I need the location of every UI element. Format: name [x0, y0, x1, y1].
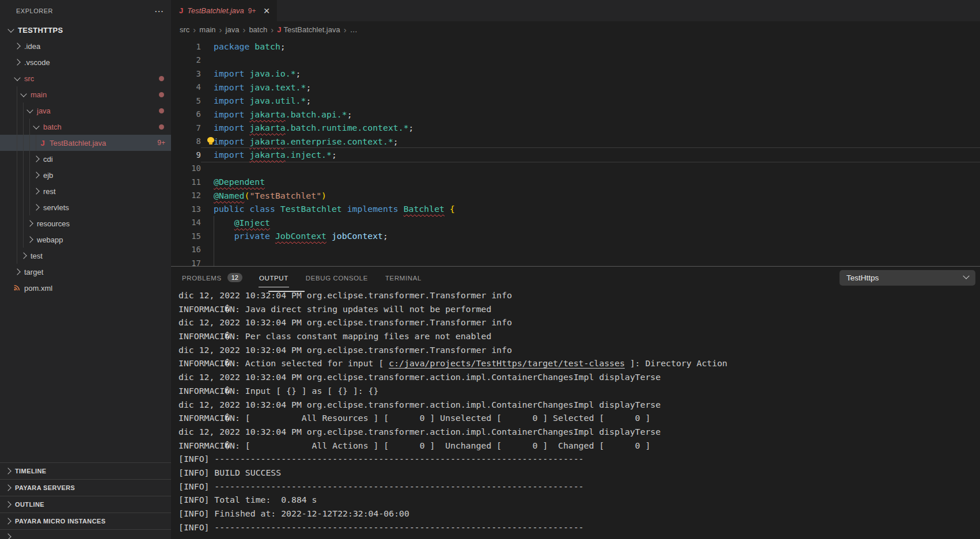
- tree-item-label: TestBatchlet.java: [50, 139, 106, 147]
- chevron-right-icon[interactable]: [33, 172, 39, 178]
- panel-tab-terminal[interactable]: TERMINAL: [385, 267, 422, 289]
- code-token: ;: [296, 69, 301, 78]
- breadcrumb-separator: ›: [193, 25, 196, 35]
- panel-tab-debug-console[interactable]: DEBUG CONSOLE: [305, 267, 369, 289]
- chevron-right-icon[interactable]: [5, 533, 11, 539]
- chevron-right-icon[interactable]: [33, 155, 39, 162]
- chevron-down-icon[interactable]: [26, 107, 33, 113]
- chevron-right-icon[interactable]: [20, 252, 26, 259]
- chevron-down-icon[interactable]: [7, 26, 14, 32]
- problems-count-badge: 9+: [157, 139, 165, 147]
- breadcrumb-item-batch[interactable]: batch: [249, 25, 267, 34]
- tree-item-target[interactable]: target: [0, 264, 171, 280]
- code-token: jobContext: [332, 231, 383, 241]
- breadcrumb-item-main[interactable]: main: [199, 25, 215, 34]
- breadcrumb: src›main›java›batch›JTestBatchlet.java›…: [171, 21, 980, 38]
- chevron-right-icon[interactable]: [14, 268, 20, 275]
- tree-item-webapp[interactable]: webapp: [0, 231, 171, 248]
- tree-item-main[interactable]: main: [0, 86, 171, 103]
- code-line-text: import jakarta.batch.api.*;: [201, 108, 980, 122]
- error-token: @Named: [214, 191, 244, 200]
- code-token: [326, 231, 332, 241]
- tree-item-ejb[interactable]: ejb: [0, 167, 171, 183]
- code-line-text: import java.util.*;: [201, 94, 980, 108]
- breadcrumb-item-file[interactable]: TestBatchlet.java: [283, 25, 340, 34]
- sidebar-section-outline[interactable]: OUTLINE: [0, 496, 171, 513]
- code-token: class: [249, 204, 275, 214]
- indent-guide: [17, 135, 17, 151]
- code-line: 5import java.util.*;: [171, 94, 980, 108]
- code-token: ;: [347, 109, 352, 119]
- chevron-right-icon[interactable]: [5, 484, 11, 491]
- explorer-header: EXPLORER ⋯: [0, 0, 171, 22]
- modified-dot-badge: [159, 76, 164, 81]
- console-line: [INFO] ---------------------------------…: [178, 522, 980, 536]
- tree-item-pom-xml[interactable]: pom.xml: [0, 280, 171, 296]
- code-editor[interactable]: 1package batch;23import java.io.*;4impor…: [171, 38, 980, 266]
- console-file-link[interactable]: c:/java/projects/TestHttps/target/test-c…: [389, 358, 625, 368]
- tree-item-cdi[interactable]: cdi: [0, 151, 171, 167]
- tree-item-servlets[interactable]: servlets: [0, 199, 171, 215]
- chevron-down-icon[interactable]: [14, 74, 20, 81]
- sidebar-section-payara-servers[interactable]: PAYARA SERVERS: [0, 479, 171, 496]
- sidebar-section-partial[interactable]: [0, 529, 171, 539]
- breadcrumb-separator: ›: [271, 25, 274, 35]
- tree-item-root[interactable]: TESTHTTPS: [0, 22, 171, 38]
- breadcrumb-separator: ›: [219, 25, 222, 35]
- close-icon[interactable]: ×: [263, 5, 269, 16]
- bottom-panel: PROBLEMS12OUTPUTDEBUG CONSOLETERMINAL Te…: [171, 266, 980, 539]
- tree-item-idea[interactable]: .idea: [0, 38, 171, 54]
- tree-item-resources[interactable]: resources: [0, 215, 171, 231]
- code-token: package: [214, 41, 249, 51]
- code-line: 12@Named("TestBatchlet"): [171, 189, 980, 203]
- explorer-more-actions-icon[interactable]: ⋯: [154, 6, 164, 17]
- chevron-right-icon[interactable]: [33, 188, 39, 194]
- tree-item-rest[interactable]: rest: [0, 183, 171, 199]
- chevron-down-icon[interactable]: [20, 90, 26, 97]
- tab-testbatchlet-java[interactable]: J TestBatchlet.java 9+ ×: [171, 0, 277, 21]
- breadcrumb-item-java[interactable]: java: [226, 25, 240, 34]
- line-number: 14: [171, 218, 201, 227]
- console-line: INFORMACI�N: [ All Resources ] [ 0 ] Uns…: [178, 413, 980, 427]
- tree-item-test[interactable]: test: [0, 248, 171, 264]
- indent-guide: [23, 199, 24, 215]
- tree-item-label: batch: [43, 123, 62, 131]
- panel-tab-problems[interactable]: PROBLEMS12: [181, 267, 242, 289]
- chevron-down-icon[interactable]: [33, 123, 39, 129]
- breadcrumb-more[interactable]: …: [350, 25, 358, 34]
- panel-tab-output[interactable]: OUTPUT: [259, 267, 289, 289]
- code-line-text: [201, 256, 980, 266]
- code-line-text: import jakarta.inject.*;: [201, 147, 980, 162]
- chevron-right-icon[interactable]: [5, 501, 11, 507]
- chevron-right-icon[interactable]: [14, 43, 20, 49]
- tree-item-vscode[interactable]: .vscode: [0, 54, 171, 70]
- console-line: dic 12, 2022 10:32:04 PM org.eclipse.tra…: [178, 290, 980, 304]
- code-token: [244, 204, 249, 214]
- console-text: ]: Directory Action: [625, 358, 727, 368]
- indent-guide: [23, 183, 24, 199]
- code-token: [244, 69, 249, 78]
- sidebar-section-timeline[interactable]: TIMELINE: [0, 462, 171, 479]
- tree-item-testbatchlet-java[interactable]: JTestBatchlet.java9+: [0, 135, 171, 151]
- indent-guide: [17, 103, 17, 119]
- chevron-right-icon[interactable]: [5, 468, 11, 474]
- chevron-right-icon[interactable]: [5, 518, 11, 524]
- chevron-right-icon[interactable]: [14, 59, 20, 65]
- tree-item-java[interactable]: java: [0, 103, 171, 119]
- indent-guide: [17, 119, 17, 135]
- tree-item-src[interactable]: src: [0, 70, 171, 86]
- tree-item-batch[interactable]: batch: [0, 119, 171, 135]
- chevron-right-icon[interactable]: [26, 220, 33, 226]
- chevron-right-icon[interactable]: [26, 236, 33, 242]
- tree-root-label: TESTHTTPS: [18, 26, 63, 35]
- indent-guide: [214, 256, 214, 266]
- breadcrumb-item-src[interactable]: src: [180, 25, 189, 34]
- sidebar-section-payara-micro-instances[interactable]: PAYARA MICRO INSTANCES: [0, 513, 171, 529]
- output-console[interactable]: dic 12, 2022 10:32:04 PM org.eclipse.tra…: [171, 289, 980, 539]
- code-token: import: [214, 69, 244, 78]
- output-channel-select[interactable]: TestHttps: [840, 270, 975, 286]
- editor-group: J TestBatchlet.java 9+ × src›main›java›b…: [171, 0, 980, 539]
- tree-item-label: main: [31, 90, 47, 99]
- chevron-right-icon[interactable]: [33, 204, 39, 210]
- lightbulb-icon[interactable]: [207, 137, 214, 143]
